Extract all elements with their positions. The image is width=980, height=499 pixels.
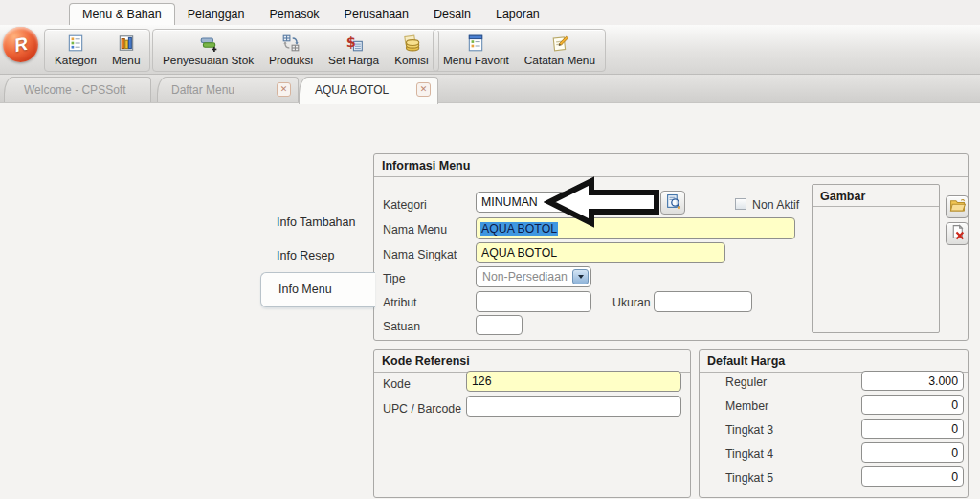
ukuran-label: Ukuran	[612, 296, 651, 309]
menu-note-icon	[550, 33, 569, 53]
harga-tingkat4-input[interactable]	[861, 442, 964, 463]
nama-singkat-label: Nama Singkat	[383, 248, 457, 261]
harga-reguler-input[interactable]	[861, 371, 964, 391]
harga-tingkat3-input[interactable]	[861, 419, 964, 439]
kode-label: Kode	[383, 377, 411, 391]
upc-barcode-label: UPC / Barcode	[383, 402, 461, 416]
toolbar-button-label: Produksi	[269, 54, 313, 67]
app-window: Menu & Bahan Pelanggan Pemasok Perusahaa…	[0, 0, 980, 499]
kategori-lookup-button[interactable]	[660, 191, 685, 215]
harga-member-input[interactable]	[861, 395, 964, 415]
delete-image-icon	[949, 224, 966, 243]
upc-barcode-input[interactable]	[466, 396, 681, 417]
stock-adjustment-icon	[199, 33, 218, 53]
toolbar-group-stok-harga: Penyesuaian Stok Produksi $ Set Harga Ko…	[152, 29, 439, 72]
menu-tab-desain[interactable]: Desain	[421, 4, 483, 25]
menu-tab-laporan[interactable]: Laporan	[483, 4, 552, 25]
menu-tab-menu-bahan[interactable]: Menu & Bahan	[69, 3, 175, 25]
harga-row-label: Reguler	[725, 375, 767, 389]
gambar-image-area	[813, 207, 938, 331]
app-logo: R	[3, 27, 38, 62]
toolbar-button-komisi[interactable]: Komisi	[387, 30, 435, 71]
kode-input[interactable]	[466, 371, 681, 392]
commission-icon	[402, 33, 421, 53]
satuan-input[interactable]	[476, 315, 523, 335]
close-icon[interactable]: ✕	[416, 82, 431, 97]
groupbox-separator	[374, 176, 968, 177]
toolbar-button-label: Menu Favorit	[443, 54, 509, 67]
toolbar-button-produksi[interactable]: Produksi	[261, 30, 321, 71]
toolbar-button-menu-favorit[interactable]: Menu Favorit	[435, 30, 517, 71]
svg-text:$: $	[345, 34, 355, 49]
toolbar-button-label: Komisi	[394, 54, 428, 67]
doc-tab-label: Welcome - CPSSoft	[24, 83, 125, 97]
tipe-label: Tipe	[383, 272, 405, 285]
sidebar-item-info-tambahan[interactable]: Info Tambahan	[277, 215, 355, 229]
satuan-label: Satuan	[383, 320, 420, 333]
toolbar-group-favorit-catatan: Menu Favorit Catatan Menu	[433, 29, 606, 72]
atribut-label: Atribut	[383, 296, 417, 309]
groupbox-title: Default Harga	[707, 354, 785, 368]
toolbar-button-label: Menu	[112, 54, 141, 67]
toolbar-button-set-harga[interactable]: $ Set Harga	[321, 30, 387, 71]
harga-row-label: Tingkat 4	[725, 447, 773, 461]
doc-tab-welcome[interactable]: Welcome - CPSSoft	[4, 77, 151, 102]
toolbar: R Kategori Menu Penyesuaian Stok	[0, 25, 980, 75]
tipe-selected-value: Non-Persediaan	[477, 270, 572, 284]
toolbar-button-kategori[interactable]: Kategori	[47, 30, 104, 71]
close-icon[interactable]: ✕	[277, 82, 291, 97]
document-tabstrip: Welcome - CPSSoft Daftar Menu ✕ AQUA BOT…	[0, 75, 980, 103]
harga-row-label: Tingkat 3	[725, 423, 773, 437]
sidebar-item-info-menu[interactable]: Info Menu	[260, 272, 375, 307]
logo-letter: R	[11, 33, 29, 56]
sidebar-item-info-resep[interactable]: Info Resep	[277, 249, 334, 262]
atribut-input[interactable]	[476, 291, 591, 312]
menu-tab-perusahaan[interactable]: Perusahaan	[332, 4, 421, 25]
doc-tab-daftar-menu[interactable]: Daftar Menu ✕	[157, 77, 299, 102]
lookup-icon	[665, 193, 681, 213]
set-price-icon: $	[345, 33, 364, 53]
nama-singkat-input[interactable]	[476, 242, 725, 263]
chevron-down-icon[interactable]	[572, 269, 589, 284]
menu-tab-pemasok[interactable]: Pemasok	[256, 4, 331, 25]
gambar-open-button[interactable]	[946, 195, 969, 218]
menu-tabs: Menu & Bahan Pelanggan Pemasok Perusahaa…	[69, 0, 552, 25]
groupbox-gambar: Gambar	[812, 184, 940, 333]
harga-row-label: Member	[725, 399, 768, 413]
annotation-arrow	[544, 176, 662, 228]
tipe-dropdown[interactable]: Non-Persediaan	[476, 266, 591, 287]
doc-tab-label: Daftar Menu	[171, 83, 234, 97]
toolbar-button-label: Catatan Menu	[524, 54, 595, 67]
toolbar-button-menu[interactable]: Menu	[104, 30, 148, 71]
nama-menu-label: Nama Menu	[383, 223, 447, 237]
non-aktif-label: Non Aktif	[752, 198, 799, 212]
toolbar-button-label: Penyesuaian Stok	[163, 54, 254, 67]
harga-row-label: Tingkat 5	[725, 471, 773, 485]
doc-tab-label: AQUA BOTOL	[315, 83, 389, 97]
groupbox-title: Kode Referensi	[382, 354, 470, 368]
groupbox-title: Informasi Menu	[382, 159, 470, 172]
category-list-icon	[66, 33, 85, 53]
menu-tab-pelanggan[interactable]: Pelanggan	[175, 4, 257, 25]
toolbar-button-label: Kategori	[55, 54, 97, 67]
doc-tab-aqua-botol[interactable]: AQUA BOTOL ✕	[299, 77, 438, 104]
gambar-delete-button[interactable]	[946, 222, 969, 245]
toolbar-button-label: Set Harga	[328, 54, 379, 67]
production-icon	[281, 33, 301, 53]
toolbar-button-penyesuaian-stok[interactable]: Penyesuaian Stok	[155, 30, 261, 71]
toolbar-group-kategori-menu: Kategori Menu	[44, 29, 150, 72]
toolbar-button-catatan-menu[interactable]: Catatan Menu	[517, 30, 603, 71]
menu-chart-icon	[117, 33, 136, 53]
favorite-menu-icon	[466, 33, 485, 53]
ukuran-input[interactable]	[654, 291, 752, 312]
non-aktif-checkbox[interactable]	[735, 198, 746, 210]
kategori-label: Kategori	[383, 198, 427, 212]
folder-open-icon	[949, 197, 966, 216]
menu-bar: Menu & Bahan Pelanggan Pemasok Perusahaa…	[0, 0, 980, 25]
groupbox-title: Gambar	[820, 190, 865, 203]
content-area: Info Menu Info Tambahan Info Resep Catat…	[0, 103, 980, 499]
harga-tingkat5-input[interactable]	[861, 466, 964, 487]
